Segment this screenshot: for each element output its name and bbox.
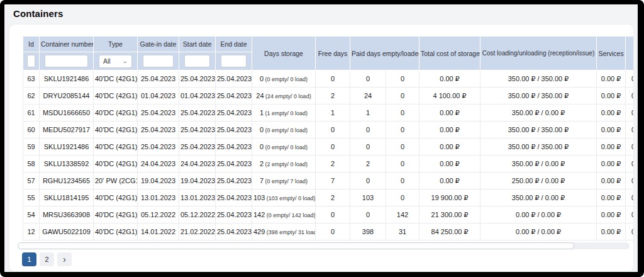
cell-type: 40'DC (42G1)	[94, 155, 138, 172]
cell-id: 57	[23, 172, 40, 189]
cell-paid-days-loaded: 0	[386, 172, 419, 189]
cell-days-storage: 0 (0 empty/ 0 load)	[252, 71, 316, 88]
cell-gate-in-date: 25.04.2023	[138, 71, 179, 88]
page-title: Containers	[13, 8, 638, 19]
cell-total-cost: 84 250.00 ₽	[419, 223, 480, 240]
cell-paid-days-loaded: 31	[386, 223, 419, 240]
horizontal-scrollbar-thumb[interactable]	[18, 242, 574, 249]
days-storage-note: (0 empty/ 7 load)	[264, 178, 308, 184]
cell-type: 40'DC (42G1)	[94, 122, 138, 138]
cell-total-cost: 0.00 ₽	[419, 138, 480, 155]
next-page-button[interactable]: ›	[57, 252, 72, 266]
table-row: 58SKLU133859240'DC (42G1)24.04.202324.04…	[23, 155, 635, 172]
cell-id: 59	[23, 138, 40, 155]
table-row: 55SKLU181419540'DC (42G1)13.01.202313.01…	[23, 189, 635, 206]
cell-days-storage: 142 (0 empty/ 142 load)	[252, 206, 316, 223]
cell-container-number: SKLU1338592	[40, 155, 94, 172]
days-storage-note: (1 empty/ 0 load)	[264, 110, 308, 116]
header-row: Id Container number Type Gate-in date St…	[23, 37, 635, 52]
cell-id: 62	[23, 88, 40, 105]
col-header-start-date: Start date	[179, 37, 216, 52]
chevron-down-icon: ⌄	[122, 58, 129, 64]
cell-partial: 0.00 ₽	[626, 138, 634, 155]
cell-id: 54	[23, 206, 40, 223]
start-date-filter-input[interactable]	[184, 55, 210, 67]
cell-paid-days-empty: 24	[350, 88, 386, 105]
cell-gate-in-date: 25.04.2023	[138, 105, 179, 122]
cell-total-cost: 4 100.00 ₽	[419, 88, 480, 105]
cell-gate-in-date: 01.04.2023	[138, 88, 179, 105]
table-row: 54MRSU366390840'DC (42G1)05.12.202205.12…	[23, 206, 635, 223]
cell-days-storage: 1 (1 empty/ 0 load)	[252, 105, 316, 122]
cell-cost-loading: 0.00 ₽ / 0.00 ₽	[480, 223, 597, 240]
cell-services: 0.00 ₽	[597, 172, 626, 189]
table-row: 63SKLU192148640'DC (42G1)25.04.202325.04…	[23, 71, 635, 88]
cell-end-date: 25.04.2023	[216, 172, 252, 189]
cell-paid-days-empty: 0	[350, 172, 386, 189]
cell-services: 0.00 ₽	[597, 206, 626, 223]
cell-paid-days-empty: 0	[350, 138, 386, 155]
cell-cost-loading: 350.00 ₽ / 0.00 ₽	[480, 155, 597, 172]
cell-start-date: 21.02.2022	[179, 223, 216, 240]
cell-total-cost: 0.00 ₽	[419, 71, 480, 88]
cell-services: 0.00 ₽	[597, 122, 626, 138]
cell-start-date: 19.04.2023	[179, 172, 216, 189]
table-row: 62DRYU208514440'DC (42G1)01.04.202301.04…	[23, 88, 635, 105]
container-number-filter-input[interactable]	[45, 55, 88, 67]
cell-total-cost: 0.00 ₽	[419, 122, 480, 138]
cell-type: 40'DC (42G1)	[94, 223, 138, 240]
cell-start-date: 05.12.2022	[179, 206, 216, 223]
cell-id: 61	[23, 105, 40, 122]
cell-start-date: 13.01.2023	[179, 189, 216, 206]
cell-total-cost: 0.00 ₽	[419, 172, 480, 189]
cell-type: 40'DC (42G1)	[94, 206, 138, 223]
cell-free-days: 7	[316, 172, 350, 189]
cell-paid-days-empty: 103	[350, 189, 386, 206]
cell-free-days: 2	[316, 88, 350, 105]
days-storage-note: (2 empty/ 0 load)	[264, 161, 308, 167]
cell-paid-days-empty: 0	[350, 122, 386, 138]
cell-cost-loading: 350.00 ₽ / 0.00 ₽	[480, 189, 597, 206]
cell-container-number: MRSU3663908	[40, 206, 94, 223]
cell-days-storage: 0 (0 empty/ 0 load)	[252, 122, 316, 138]
cell-type: 40'DC (42G1)	[94, 189, 138, 206]
cell-free-days: 2	[316, 155, 350, 172]
cell-container-number: RGHU1234565	[40, 172, 94, 189]
cell-paid-days-loaded: 0	[386, 189, 419, 206]
page-button-1[interactable]: 1	[22, 252, 36, 266]
cell-container-number: GAWU5022109	[40, 223, 94, 240]
cell-id: 60	[23, 122, 40, 138]
cell-partial: 0.00 ₽	[626, 122, 634, 138]
containers-table: Id Container number Type Gate-in date St…	[23, 36, 634, 240]
pagination: 1 2 ›	[22, 252, 633, 266]
cell-days-storage: 7 (0 empty/ 7 load)	[252, 172, 316, 189]
cell-end-date: 25.04.2023	[216, 122, 252, 138]
cell-start-date: 25.04.2023	[179, 105, 216, 122]
cell-gate-in-date: 19.04.2023	[138, 172, 179, 189]
cell-start-date: 25.04.2023	[179, 138, 216, 155]
cell-cost-loading: 350.00 ₽ / 350.00 ₽	[480, 71, 597, 88]
cell-gate-in-date: 13.01.2023	[138, 189, 179, 206]
containers-card: Id Container number Type Gate-in date St…	[9, 24, 634, 272]
col-header-days-storage: Days storage	[252, 37, 316, 71]
end-date-filter-input[interactable]	[221, 55, 247, 67]
cell-total-cost: 19 900.00 ₽	[419, 189, 480, 206]
cell-paid-days-loaded: 0	[386, 88, 419, 105]
col-header-cost-loading: Cost loading/unloading (reception/issue)	[480, 37, 597, 71]
gate-in-date-filter-input[interactable]	[143, 55, 174, 67]
cell-total-cost: 0.00 ₽	[419, 155, 480, 172]
cell-end-date: 25.04.2023	[216, 206, 252, 223]
page-button-2[interactable]: 2	[40, 252, 54, 266]
cell-services: 0.00 ₽	[597, 155, 626, 172]
days-storage-value: 142	[253, 211, 265, 218]
cell-paid-days-empty: 1	[350, 105, 386, 122]
cell-free-days: 1	[316, 105, 350, 122]
type-filter-select[interactable]: All ⌄	[99, 55, 132, 68]
col-header-total-cost: Total cost of storage	[419, 37, 480, 71]
days-storage-note: (0 empty/ 0 load)	[264, 127, 308, 133]
col-header-paid-days: Paid days empty/loaded	[350, 37, 419, 71]
id-filter-input[interactable]	[27, 55, 35, 67]
col-header-partial: P	[626, 37, 634, 71]
horizontal-scrollbar-track[interactable]	[18, 242, 630, 249]
cell-paid-days-loaded: 0	[386, 122, 419, 138]
